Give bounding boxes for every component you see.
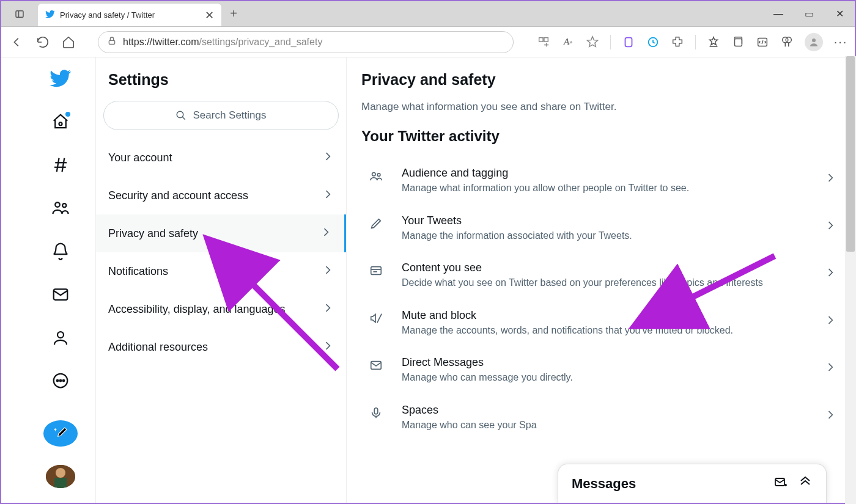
minimize-button[interactable]: — bbox=[763, 1, 794, 26]
left-nav-rail bbox=[1, 57, 96, 503]
twitter-favicon-icon bbox=[45, 9, 55, 21]
privacy-item-content-you-see[interactable]: Content you seeDecide what you see on Tw… bbox=[361, 252, 840, 299]
privacy-item-title: Your Tweets bbox=[402, 214, 810, 227]
privacy-item-title: Direct Messages bbox=[402, 356, 810, 369]
settings-item-your-account[interactable]: Your account bbox=[96, 139, 346, 177]
privacy-item-audience-and-tagging[interactable]: Audience and taggingManage what informat… bbox=[361, 157, 840, 205]
twitter-logo-icon[interactable] bbox=[45, 66, 76, 91]
privacy-item-mute-and-block[interactable]: Mute and blockManage the accounts, words… bbox=[361, 299, 840, 347]
app-tile-icon[interactable] bbox=[537, 35, 550, 49]
svg-point-27 bbox=[56, 468, 65, 478]
collections-icon[interactable] bbox=[731, 35, 745, 49]
favorite-icon[interactable] bbox=[586, 35, 599, 49]
settings-search-input[interactable]: Search Settings bbox=[103, 101, 339, 130]
svg-point-19 bbox=[62, 204, 66, 208]
new-tab-button[interactable]: + bbox=[221, 1, 246, 26]
lock-icon bbox=[107, 36, 117, 48]
search-icon bbox=[175, 110, 186, 121]
privacy-item-desc: Decide what you see on Twitter based on … bbox=[402, 276, 810, 290]
svg-rect-2 bbox=[109, 40, 114, 44]
settings-item-notifications[interactable]: Notifications bbox=[96, 252, 346, 290]
privacy-item-title: Spaces bbox=[402, 404, 810, 417]
search-placeholder: Search Settings bbox=[193, 109, 266, 122]
nav-explore-icon[interactable] bbox=[45, 152, 76, 177]
profile-avatar-button[interactable] bbox=[805, 33, 823, 51]
settings-item-label: Accessibility, display, and languages bbox=[108, 303, 286, 316]
nav-messages-icon[interactable] bbox=[45, 282, 76, 307]
svg-line-36 bbox=[377, 313, 382, 323]
settings-item-privacy-and-safety[interactable]: Privacy and safety bbox=[96, 214, 346, 252]
page-title: Privacy and safety bbox=[361, 66, 840, 101]
svg-point-25 bbox=[63, 380, 65, 382]
people-icon bbox=[365, 167, 387, 183]
back-button[interactable] bbox=[9, 34, 26, 51]
chevron-right-icon bbox=[322, 302, 334, 317]
mic-icon bbox=[365, 404, 387, 420]
extensions-icon[interactable] bbox=[671, 35, 684, 49]
chevron-right-icon bbox=[322, 188, 334, 203]
page-subtitle: Manage what information you see and shar… bbox=[361, 101, 840, 128]
tab-close-button[interactable]: ✕ bbox=[205, 9, 214, 22]
browser-tab-active[interactable]: Privacy and safety / Twitter ✕ bbox=[38, 4, 221, 26]
privacy-item-desc: Manage the accounts, words, and notifica… bbox=[402, 324, 810, 337]
settings-item-security-and-account-access[interactable]: Security and account access bbox=[96, 177, 346, 214]
privacy-item-desc: Manage who can see your Spa bbox=[402, 418, 810, 432]
tab-actions-button[interactable] bbox=[1, 1, 38, 26]
address-bar[interactable]: https://twitter.com/settings/privacy_and… bbox=[98, 31, 514, 53]
nav-notifications-icon[interactable] bbox=[45, 239, 76, 264]
messages-dock[interactable]: Messages bbox=[558, 464, 827, 503]
privacy-item-desc: Manage who can message you directly. bbox=[402, 371, 810, 384]
feed-icon bbox=[365, 261, 387, 277]
account-avatar[interactable] bbox=[46, 465, 75, 488]
nav-profile-icon[interactable] bbox=[45, 325, 76, 350]
svg-rect-0 bbox=[16, 10, 23, 17]
favorites-list-icon[interactable] bbox=[707, 35, 720, 49]
rewards-icon[interactable] bbox=[780, 35, 794, 49]
maximize-button[interactable]: ▭ bbox=[794, 1, 824, 26]
extension-purple-icon[interactable] bbox=[622, 35, 635, 49]
chevron-right-icon bbox=[824, 261, 836, 281]
privacy-item-your-tweets[interactable]: Your TweetsManage the information associ… bbox=[361, 205, 840, 252]
more-menu-button[interactable]: ··· bbox=[834, 35, 847, 49]
chevron-right-icon bbox=[824, 404, 836, 423]
close-window-button[interactable]: ✕ bbox=[824, 1, 855, 26]
privacy-item-direct-messages[interactable]: Direct MessagesManage who can message yo… bbox=[361, 346, 840, 394]
svg-rect-4 bbox=[544, 37, 548, 41]
settings-item-accessibility-display-and-languages[interactable]: Accessibility, display, and languages bbox=[96, 290, 346, 328]
svg-point-32 bbox=[377, 173, 380, 177]
chevron-right-icon bbox=[322, 150, 334, 166]
read-aloud-icon[interactable]: A» bbox=[561, 35, 575, 49]
settings-item-label: Notifications bbox=[108, 265, 168, 278]
svg-point-23 bbox=[57, 380, 59, 382]
browser-toolbar: https://twitter.com/settings/privacy_and… bbox=[1, 27, 855, 57]
home-button[interactable] bbox=[60, 34, 77, 51]
svg-rect-28 bbox=[54, 478, 67, 488]
new-message-icon[interactable] bbox=[773, 475, 788, 492]
settings-title: Settings bbox=[96, 66, 346, 101]
tab-title: Privacy and safety / Twitter bbox=[60, 10, 200, 20]
compose-tweet-button[interactable] bbox=[43, 420, 78, 447]
envelope-icon bbox=[365, 356, 387, 372]
expand-dock-icon[interactable] bbox=[798, 475, 813, 492]
chevron-right-icon bbox=[320, 226, 332, 241]
svg-point-12 bbox=[812, 38, 816, 42]
privacy-item-desc: Manage the information associated with y… bbox=[402, 229, 810, 243]
page-scrollbar[interactable] bbox=[845, 56, 856, 504]
scrollbar-thumb[interactable] bbox=[846, 56, 855, 252]
extension-blue-icon[interactable] bbox=[646, 35, 660, 49]
nav-home-icon[interactable] bbox=[45, 109, 76, 134]
svg-rect-5 bbox=[625, 37, 632, 46]
settings-sidebar: Settings Search Settings Your accountSec… bbox=[96, 57, 347, 503]
refresh-button[interactable] bbox=[34, 34, 51, 51]
nav-communities-icon[interactable] bbox=[45, 195, 76, 221]
privacy-item-title: Content you see bbox=[402, 261, 810, 274]
browser-tools-icon[interactable] bbox=[756, 35, 769, 49]
chevron-right-icon bbox=[824, 356, 836, 376]
privacy-item-spaces[interactable]: SpacesManage who can see your Spa bbox=[361, 394, 840, 442]
nav-more-icon[interactable] bbox=[45, 368, 76, 393]
chevron-right-icon bbox=[824, 214, 836, 234]
svg-rect-3 bbox=[539, 37, 543, 41]
settings-item-additional-resources[interactable]: Additional resources bbox=[96, 328, 346, 366]
svg-point-21 bbox=[57, 332, 64, 338]
svg-point-13 bbox=[59, 122, 62, 125]
